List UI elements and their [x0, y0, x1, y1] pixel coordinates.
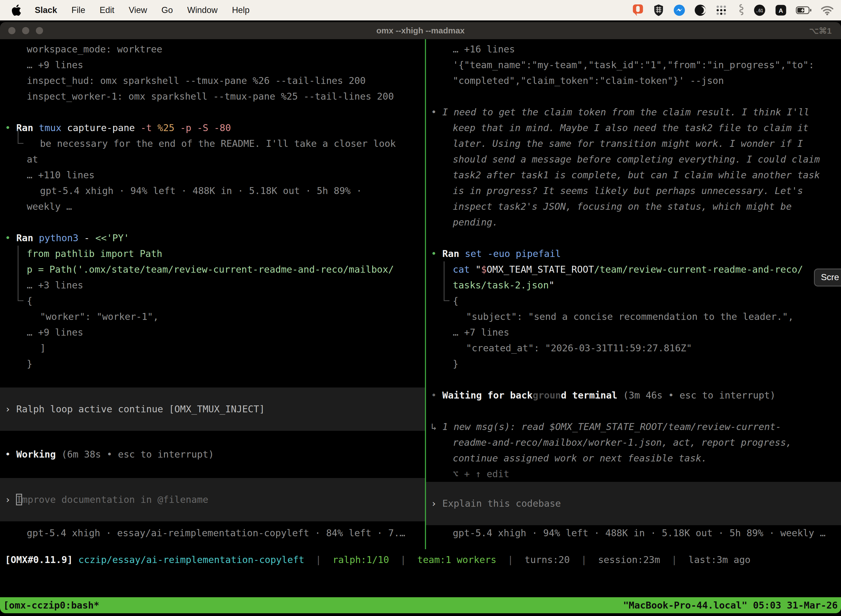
record-icon[interactable] — [632, 4, 644, 16]
app-menus: SlackFileEditViewGoWindowHelp — [35, 5, 249, 15]
terminal-line: ] — [0, 340, 425, 356]
minimize-button[interactable] — [22, 27, 29, 34]
right-terminal-pane[interactable]: … +16 lines'{"team_name":"my-team","task… — [426, 39, 841, 549]
menu-item-file[interactable]: File — [72, 5, 85, 15]
terminal-line: readme-and-reco/mailbox/worker-1.json, a… — [426, 435, 841, 450]
terminal-line: p = Path('.omx/state/team/review-current… — [0, 262, 425, 277]
terminal-line: later. Using the same for transition mig… — [426, 136, 841, 151]
terminal-line: … +16 lines — [426, 41, 841, 57]
terminal-line: • Working (6m 38s • esc to interrupt) — [0, 447, 425, 462]
right-scrollback: … +16 lines'{"team_name":"my-team","task… — [426, 41, 841, 482]
terminal-line — [0, 104, 425, 120]
terminal-content: workspace_mode: worktree… +9 linesinspec… — [0, 39, 841, 549]
terminal-line: gpt-5.4 xhigh · essay/ai-reimplementatio… — [0, 525, 425, 541]
crescent-icon[interactable] — [694, 4, 706, 16]
terminal-line: › Improve documentation in @filename — [0, 492, 425, 507]
menu-bar: SlackFileEditViewGoWindowHelp ..61 A — [0, 0, 841, 21]
menu-item-view[interactable]: View — [129, 5, 147, 15]
omx-status-line: [OMX#0.11.9] cczip/essay/ai-reimplementa… — [0, 552, 841, 568]
terminal-line: { — [426, 293, 841, 309]
terminal-line: … +9 lines — [0, 57, 425, 73]
terminal-line: '{"team_name":"my-team","task_id":"1","f… — [426, 57, 841, 73]
window-title: omx --xhigh --madmax — [377, 26, 464, 35]
terminal-window: omx --xhigh --madmax ⌥⌘1 workspace_mode:… — [0, 22, 841, 613]
terminal-line: … +3 lines — [0, 277, 425, 293]
terminal-line: … +7 lines — [426, 324, 841, 340]
menu-item-window[interactable]: Window — [187, 5, 217, 15]
terminal-line — [426, 372, 841, 387]
ralph-status-box[interactable]: › Ralph loop active continue [OMX_TMUX_I… — [0, 387, 425, 431]
terminal-line — [426, 89, 841, 104]
left-statusline: gpt-5.4 xhigh · essay/ai-reimplementatio… — [0, 525, 425, 541]
terminal-line: is in progress? It seems likely but perh… — [426, 183, 841, 199]
right-statusline: gpt-5.4 xhigh · 94% left · 488K in · 5.1… — [426, 525, 841, 541]
terminal-line — [426, 403, 841, 419]
wifi-icon[interactable] — [820, 5, 834, 15]
terminal-line: workspace_mode: worktree — [0, 41, 425, 57]
terminal-line — [0, 431, 425, 447]
title-bar[interactable]: omx --xhigh --madmax ⌥⌘1 — [0, 22, 841, 39]
terminal-line: should send a message before completing … — [426, 151, 841, 167]
terminal-line: be necessary for the end of the README. … — [0, 136, 425, 151]
terminal-line: • Waiting for background terminal (3m 46… — [426, 387, 841, 403]
traffic-lights — [8, 27, 43, 34]
tmux-session-label: [omx-cczip0:bash* — [3, 600, 99, 611]
terminal-line: "worker": "worker-1", — [0, 309, 425, 324]
terminal-line: • Ran python3 - <<'PY' — [0, 230, 425, 246]
terminal-line: weekly … — [0, 199, 425, 214]
badge-61-icon[interactable]: ..61 — [753, 4, 766, 16]
dots-grid-icon[interactable] — [715, 4, 727, 16]
terminal-line: gpt-5.4 xhigh · 94% left · 488K in · 5.1… — [0, 183, 425, 199]
terminal-line: keep that in mind. Maybe I also need the… — [426, 120, 841, 136]
terminal-line: cat "$OMX_TEAM_STATE_ROOT/team/review-cu… — [426, 262, 841, 277]
terminal-line: inspect_hud: omx sparkshell --tmux-pane … — [0, 73, 425, 89]
svg-text:A: A — [779, 7, 783, 14]
menu-item-help[interactable]: Help — [232, 5, 250, 15]
terminal-line: } — [0, 356, 425, 372]
menu-item-go[interactable]: Go — [161, 5, 173, 15]
apple-menu-icon[interactable] — [12, 4, 22, 16]
terminal-line: "subject": "send a concise recommendatio… — [426, 309, 841, 324]
terminal-line: pending. — [426, 214, 841, 230]
terminal-line — [426, 230, 841, 246]
right-prompt-suggestion-box[interactable]: › Explain this codebase — [426, 482, 841, 525]
tmux-host-clock: "MacBook-Pro-44.local" 05:03 31-Mar-26 — [623, 600, 838, 611]
terminal-line: inspect task2's JSON, focusing on the st… — [426, 199, 841, 214]
terminal-line — [0, 214, 425, 230]
messenger-icon[interactable] — [673, 4, 686, 16]
squiggle-icon[interactable] — [736, 4, 744, 17]
svg-text:..61: ..61 — [756, 8, 763, 13]
terminal-line: ↳ 1 new msg(s): read $OMX_TEAM_STATE_ROO… — [426, 419, 841, 435]
desktop: { "menu_bar": { "items": ["Slack", "File… — [0, 0, 841, 616]
terminal-line: inspect_worker-1: omx sparkshell --tmux-… — [0, 89, 425, 104]
keypad-shield-icon[interactable] — [653, 4, 664, 16]
terminal-line: • I need to get the claim token from the… — [426, 104, 841, 120]
left-working-status: • Working (6m 38s • esc to interrupt) — [0, 431, 425, 478]
left-terminal-pane[interactable]: workspace_mode: worktree… +9 linesinspec… — [0, 39, 425, 549]
terminal-line: › Explain this codebase — [426, 496, 841, 511]
terminal-line: tasks/task-2.json" — [426, 277, 841, 293]
menu-item-edit[interactable]: Edit — [100, 5, 114, 15]
tmux-status-bar: [omx-cczip0:bash* "MacBook-Pro-44.local"… — [0, 597, 841, 613]
left-prompt-input-box[interactable]: › Improve documentation in @filename — [0, 478, 425, 521]
zoom-button[interactable] — [36, 27, 43, 34]
menu-item-slack[interactable]: Slack — [35, 5, 57, 15]
terminal-line: from pathlib import Path — [0, 246, 425, 262]
menu-bar-status-icons: ..61 A — [632, 4, 834, 17]
hud-bottom-area: [OMX#0.11.9] cczip/essay/ai-reimplementa… — [0, 549, 841, 613]
terminal-line: at — [0, 151, 425, 167]
terminal-line: "completed","claim_token":"claim-token"}… — [426, 73, 841, 89]
battery-icon[interactable] — [796, 6, 812, 15]
terminal-line: { — [0, 293, 425, 309]
terminal-line: } — [426, 356, 841, 372]
terminal-line: … +9 lines — [0, 324, 425, 340]
screen-notification-overlay[interactable]: Scre — [814, 268, 841, 286]
left-scrollback: workspace_mode: worktree… +9 linesinspec… — [0, 41, 425, 387]
close-button[interactable] — [8, 27, 15, 34]
input-source-icon[interactable]: A — [775, 4, 787, 16]
terminal-line: • Ran set -euo pipefail — [426, 246, 841, 262]
terminal-line: … +110 lines — [0, 167, 425, 183]
terminal-line: "created_at": "2026-03-31T11:59:27.816Z" — [426, 340, 841, 356]
terminal-line: • Ran tmux capture-pane -t %25 -p -S -80 — [0, 120, 425, 136]
terminal-line — [0, 372, 425, 387]
